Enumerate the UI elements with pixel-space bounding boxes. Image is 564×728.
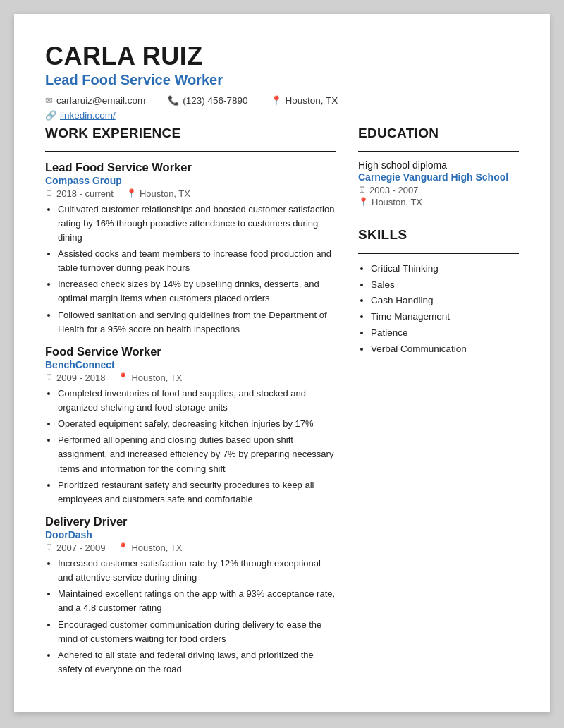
education-heading: EDUCATION bbox=[358, 126, 519, 141]
skills-divider bbox=[358, 253, 519, 254]
skills-section: SKILLS Critical Thinking Sales Cash Hand… bbox=[358, 227, 519, 358]
bullet-2-1: Completed inventories of food and suppli… bbox=[58, 387, 336, 415]
bullet-2-3: Performed all opening and closing duties… bbox=[58, 433, 336, 475]
bullet-3-2: Maintained excellent ratings on the app … bbox=[58, 587, 336, 615]
job-bullets-3: Increased customer satisfaction rate by … bbox=[45, 557, 336, 677]
education-section: EDUCATION High school diploma Carnegie V… bbox=[358, 126, 519, 207]
bullet-2-4: Prioritized restaurant safety and securi… bbox=[58, 478, 336, 506]
job-meta-1: 🗓 2018 - current 📍 Houston, TX bbox=[45, 188, 336, 199]
skills-heading: SKILLS bbox=[358, 227, 519, 243]
job-title-2: Food Service Worker bbox=[45, 345, 336, 358]
edu-school: Carnegie Vanguard High School bbox=[358, 171, 519, 183]
work-divider bbox=[45, 151, 336, 152]
location-icon-3: 📍 bbox=[118, 542, 128, 552]
job-entry-3: Delivery Driver DoorDash 🗓 2007 - 2009 📍… bbox=[45, 515, 336, 677]
skill-4: Time Management bbox=[371, 309, 519, 325]
edu-meta: 🗓 2003 - 2007 📍 Houston, TX bbox=[358, 185, 519, 207]
bullet-1-4: Followed sanitation and serving guidelin… bbox=[58, 308, 336, 336]
work-experience-heading: WORK EXPERIENCE bbox=[45, 126, 336, 141]
skill-6: Verbal Communication bbox=[371, 341, 519, 358]
main-body: WORK EXPERIENCE Lead Food Service Worker… bbox=[45, 126, 519, 679]
calendar-icon-2: 🗓 bbox=[45, 372, 54, 382]
job-years-2: 🗓 2009 - 2018 bbox=[45, 372, 105, 383]
job-entry-1: Lead Food Service Worker Compass Group 🗓… bbox=[45, 161, 336, 336]
job-years-1: 🗓 2018 - current bbox=[45, 188, 114, 199]
skill-2: Sales bbox=[371, 277, 519, 293]
location-icon: 📍 bbox=[271, 95, 282, 106]
candidate-title: Lead Food Service Worker bbox=[45, 72, 519, 88]
skill-3: Cash Handling bbox=[371, 293, 519, 309]
edu-location-icon: 📍 bbox=[358, 197, 369, 207]
email-icon: ✉ bbox=[45, 95, 53, 106]
phone-icon: 📞 bbox=[168, 95, 179, 106]
header-section: CARLA RUIZ Lead Food Service Worker ✉ ca… bbox=[45, 42, 519, 123]
bullet-1-1: Cultivated customer relationships and bo… bbox=[58, 202, 336, 245]
job-title-3: Delivery Driver bbox=[45, 515, 336, 528]
edu-location: 📍 Houston, TX bbox=[358, 197, 519, 207]
skill-1: Critical Thinking bbox=[371, 261, 519, 277]
phone-value: (123) 456-7890 bbox=[183, 95, 247, 106]
linkedin-link[interactable]: linkedin.com/ bbox=[60, 110, 116, 121]
location-value: Houston, TX bbox=[286, 95, 338, 106]
company-name-2: BenchConnect bbox=[45, 359, 336, 370]
contact-row-1: ✉ carlaruiz@email.com 📞 (123) 456-7890 📍… bbox=[45, 95, 519, 108]
linkedin-contact: 🔗 linkedin.com/ bbox=[45, 110, 116, 121]
edu-years: 🗓 2003 - 2007 bbox=[358, 185, 519, 195]
job-bullets-2: Completed inventories of food and suppli… bbox=[45, 387, 336, 506]
skills-list: Critical Thinking Sales Cash Handling Ti… bbox=[358, 261, 519, 358]
right-column: EDUCATION High school diploma Carnegie V… bbox=[358, 126, 519, 679]
job-location-3: 📍 Houston, TX bbox=[118, 542, 182, 553]
job-title-1: Lead Food Service Worker bbox=[45, 161, 336, 174]
resume-document: CARLA RUIZ Lead Food Service Worker ✉ ca… bbox=[14, 14, 550, 712]
linkedin-icon: 🔗 bbox=[45, 110, 56, 121]
email-value: carlaruiz@email.com bbox=[56, 95, 145, 106]
job-location-2: 📍 Houston, TX bbox=[118, 372, 182, 383]
job-bullets-1: Cultivated customer relationships and bo… bbox=[45, 202, 336, 336]
education-divider bbox=[358, 151, 519, 152]
location-icon-1: 📍 bbox=[126, 188, 137, 198]
edu-calendar-icon: 🗓 bbox=[358, 185, 367, 195]
calendar-icon-3: 🗓 bbox=[45, 542, 54, 552]
contact-row-2: 🔗 linkedin.com/ bbox=[45, 110, 519, 123]
location-icon-2: 📍 bbox=[118, 372, 128, 382]
edu-degree: High school diploma bbox=[358, 159, 519, 171]
left-column: WORK EXPERIENCE Lead Food Service Worker… bbox=[45, 126, 336, 679]
candidate-name: CARLA RUIZ bbox=[45, 42, 519, 71]
company-name-1: Compass Group bbox=[45, 175, 336, 186]
job-meta-3: 🗓 2007 - 2009 📍 Houston, TX bbox=[45, 542, 336, 553]
phone-contact: 📞 (123) 456-7890 bbox=[168, 95, 247, 106]
bullet-1-3: Increased check sizes by 14% by upsellin… bbox=[58, 277, 336, 305]
job-meta-2: 🗓 2009 - 2018 📍 Houston, TX bbox=[45, 372, 336, 383]
email-contact: ✉ carlaruiz@email.com bbox=[45, 95, 145, 106]
location-contact: 📍 Houston, TX bbox=[271, 95, 338, 106]
bullet-3-3: Encouraged customer communication during… bbox=[58, 618, 336, 646]
bullet-3-4: Adhered to all state and federal driving… bbox=[58, 648, 336, 677]
job-years-3: 🗓 2007 - 2009 bbox=[45, 542, 105, 553]
skill-5: Patience bbox=[371, 325, 519, 341]
job-location-1: 📍 Houston, TX bbox=[126, 188, 190, 199]
company-name-3: DoorDash bbox=[45, 529, 336, 540]
calendar-icon-1: 🗓 bbox=[45, 188, 54, 198]
bullet-3-1: Increased customer satisfaction rate by … bbox=[58, 557, 336, 585]
job-entry-2: Food Service Worker BenchConnect 🗓 2009 … bbox=[45, 345, 336, 506]
bullet-2-2: Operated equipment safely, decreasing ki… bbox=[58, 417, 336, 431]
bullet-1-2: Assisted cooks and team members to incre… bbox=[58, 247, 336, 275]
